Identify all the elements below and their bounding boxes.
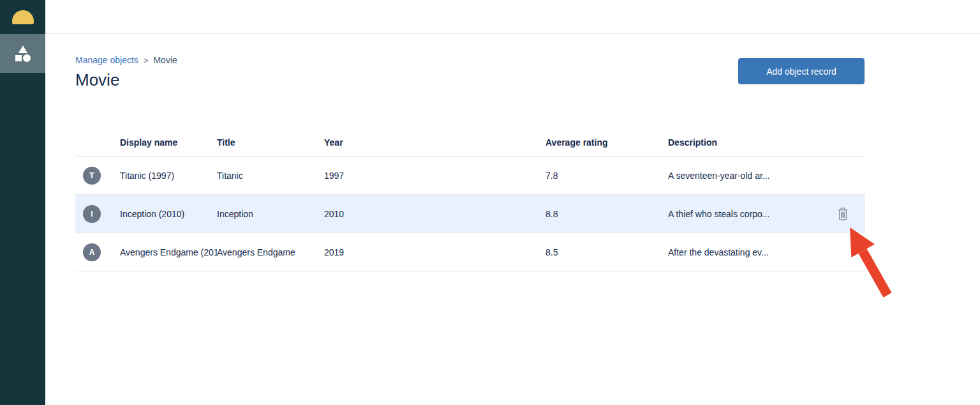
header-description: Description [668, 137, 820, 148]
trash-icon [837, 207, 849, 221]
avatar: A [83, 243, 101, 261]
avatar: I [83, 205, 101, 223]
cell-title: Titanic [217, 171, 324, 181]
header-title: Title [217, 137, 324, 148]
cell-description: After the devastating ev... [668, 247, 820, 257]
app-logo-button[interactable] [0, 0, 45, 34]
breadcrumb-manage-objects-link[interactable]: Manage objects [75, 55, 138, 65]
table-row-titanic[interactable]: T Titanic (1997) Titanic 1997 7.8 A seve… [75, 157, 865, 195]
table-header-row: Display name Title Year Average rating D… [75, 128, 865, 157]
cell-average-rating: 8.5 [546, 247, 668, 257]
add-object-record-button[interactable]: Add object record [738, 58, 865, 84]
avatar: T [83, 167, 101, 185]
cell-year: 2019 [324, 247, 546, 257]
cell-description: A seventeen-year-old ar... [668, 171, 820, 181]
breadcrumb-separator: > [144, 56, 149, 65]
header-year: Year [324, 137, 546, 148]
shapes-icon [14, 45, 32, 62]
header-display-name: Display name [120, 137, 217, 148]
triangle-shape [19, 45, 27, 53]
table-row-inception[interactable]: I Inception (2010) Inception 2010 8.8 A … [75, 195, 865, 233]
sidebar-item-objects[interactable] [0, 34, 45, 73]
cell-average-rating: 7.8 [546, 171, 668, 181]
cell-title: Inception [217, 209, 324, 219]
table-row-avengers[interactable]: A Avengers Endgame (201... Avengers Endg… [75, 233, 865, 271]
cell-title: Avengers Endgame [217, 247, 324, 257]
cell-display-name: Titanic (1997) [120, 171, 217, 181]
breadcrumb-current: Movie [153, 55, 177, 65]
dome-logo-icon [12, 10, 34, 24]
circle-shape [23, 54, 31, 62]
cell-year: 2010 [324, 209, 546, 219]
breadcrumb: Manage objects > Movie [75, 55, 177, 65]
square-shape [15, 55, 22, 61]
cell-display-name: Avengers Endgame (201... [120, 247, 217, 257]
delete-record-button[interactable] [836, 206, 850, 222]
cell-description: A thief who steals corpo... [668, 209, 820, 219]
page-title: Movie [75, 70, 119, 90]
cell-actions [820, 206, 865, 222]
cell-year: 1997 [324, 171, 546, 181]
cell-average-rating: 8.8 [546, 209, 668, 219]
sidebar [0, 0, 45, 405]
cell-display-name: Inception (2010) [120, 209, 217, 219]
top-bar [45, 0, 980, 34]
object-records-table: Display name Title Year Average rating D… [75, 128, 865, 271]
header-average-rating: Average rating [546, 137, 668, 148]
